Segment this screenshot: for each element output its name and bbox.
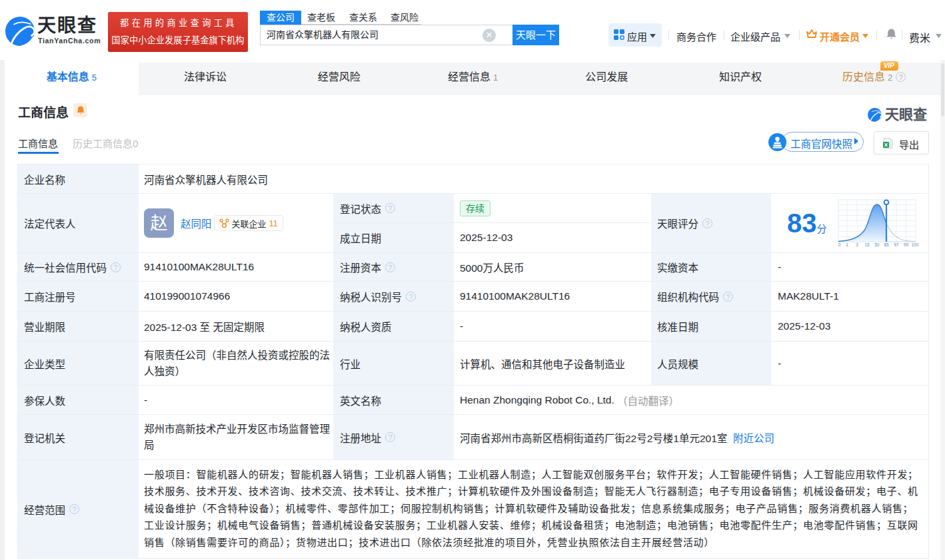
svg-text:15: 15: [864, 242, 870, 247]
svg-text:97: 97: [894, 242, 899, 247]
svg-text:3: 3: [856, 242, 858, 247]
svg-text:99: 99: [903, 242, 908, 247]
svg-text:100: 100: [911, 242, 918, 247]
svg-text:85: 85: [884, 242, 889, 247]
svg-text:50: 50: [874, 242, 880, 247]
svg-text:1: 1: [846, 242, 848, 247]
svg-text:0: 0: [838, 242, 840, 247]
